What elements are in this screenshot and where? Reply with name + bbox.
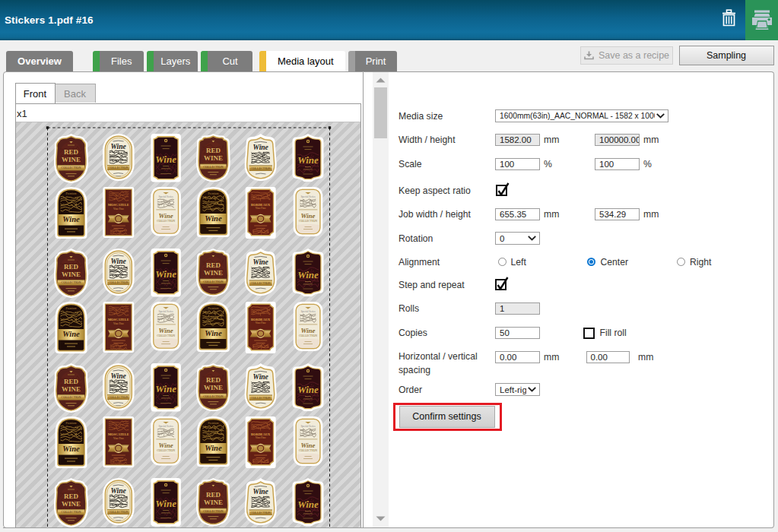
svg-text:COLLECTION: COLLECTION <box>61 166 81 169</box>
svg-text:Wine: Wine <box>110 142 126 150</box>
svg-text:Vino Fino: Vino Fino <box>255 207 265 210</box>
svg-text:RED: RED <box>63 492 78 499</box>
svg-text:Wine: Wine <box>158 211 173 219</box>
svg-text:MOSCATELE: MOSCATELE <box>107 203 129 207</box>
svg-text:COLLECTION: COLLECTION <box>108 395 128 399</box>
svg-text:Vino Fino: Vino Fino <box>255 321 265 325</box>
svg-text:Special Series: Special Series <box>158 195 173 198</box>
svg-text:Wine: Wine <box>205 443 222 451</box>
svg-text:Wine: Wine <box>297 268 319 280</box>
svg-text:COLLECTION: COLLECTION <box>203 508 223 512</box>
svg-text:WINE: WINE <box>203 384 222 391</box>
svg-text:WINE: WINE <box>61 271 80 278</box>
svg-text:COLLECTION: COLLECTION <box>157 449 175 452</box>
svg-text:COLLECTION: COLLECTION <box>61 510 81 514</box>
svg-text:RED: RED <box>205 375 221 383</box>
svg-text:Premium: Premium <box>65 307 76 310</box>
svg-text:Special Series: Special Series <box>300 195 316 198</box>
svg-text:COLLECTION: COLLECTION <box>61 280 81 284</box>
svg-text:Wine: Wine <box>297 383 319 394</box>
svg-text:WINE: WINE <box>203 499 222 506</box>
svg-text:Premium: Premium <box>65 422 76 425</box>
svg-text:Wine: Wine <box>300 211 315 219</box>
svg-text:Wine: Wine <box>252 144 268 151</box>
svg-text:COLLECTION: COLLECTION <box>299 220 317 223</box>
svg-text:WINE: WINE <box>61 385 80 393</box>
svg-text:WINE: WINE <box>61 156 80 163</box>
svg-text:Premium: Premium <box>208 422 218 425</box>
svg-text:Wine: Wine <box>252 373 268 381</box>
svg-text:Wine: Wine <box>110 486 126 494</box>
svg-text:COLLECTION: COLLECTION <box>203 164 223 168</box>
svg-text:Wine: Wine <box>205 328 222 337</box>
svg-text:COLLECTION: COLLECTION <box>250 166 270 170</box>
svg-text:RED: RED <box>205 261 221 268</box>
svg-text:Wine: Wine <box>155 497 176 508</box>
svg-text:Wine: Wine <box>205 214 222 222</box>
svg-text:Premium: Premium <box>208 192 218 195</box>
svg-text:Special Series: Special Series <box>158 310 173 313</box>
svg-text:Wine: Wine <box>62 215 80 223</box>
svg-text:Wine: Wine <box>158 441 173 448</box>
svg-text:Wine: Wine <box>252 258 268 266</box>
svg-text:BORDEAUX: BORDEAUX <box>251 202 271 206</box>
svg-text:MOSCATELE: MOSCATELE <box>107 318 129 321</box>
svg-text:COLLECTION: COLLECTION <box>108 280 128 284</box>
svg-text:Wine: Wine <box>110 372 126 379</box>
svg-text:COLLECTION: COLLECTION <box>157 220 175 223</box>
svg-text:Wine: Wine <box>62 330 80 338</box>
svg-text:COLLECTION: COLLECTION <box>203 279 223 283</box>
svg-text:BORDEAUX: BORDEAUX <box>251 317 271 321</box>
svg-text:Special Series: Special Series <box>300 425 316 428</box>
svg-text:Wine: Wine <box>158 326 173 334</box>
svg-text:COLLECTION: COLLECTION <box>61 395 81 399</box>
svg-text:Wine: Wine <box>155 268 176 279</box>
svg-text:BORDEAUX: BORDEAUX <box>251 432 271 435</box>
svg-text:Wine: Wine <box>155 153 176 164</box>
svg-text:WINE: WINE <box>203 269 222 277</box>
svg-text:Wine: Wine <box>297 154 319 165</box>
svg-text:RED: RED <box>205 146 221 154</box>
svg-text:Wine: Wine <box>300 441 315 448</box>
svg-text:Premium: Premium <box>65 192 76 195</box>
svg-text:Wine: Wine <box>62 445 80 453</box>
svg-text:Vino Fino: Vino Fino <box>255 436 265 439</box>
svg-text:Special Series: Special Series <box>158 425 173 428</box>
svg-text:Wine: Wine <box>110 257 126 264</box>
svg-text:COLLECTION: COLLECTION <box>108 510 128 514</box>
svg-text:Special Series: Special Series <box>300 310 316 313</box>
svg-text:Wine: Wine <box>297 498 319 509</box>
svg-text:COLLECTION: COLLECTION <box>250 511 270 515</box>
svg-text:WINE: WINE <box>203 154 222 162</box>
svg-text:COLLECTION: COLLECTION <box>299 334 317 337</box>
svg-text:Premium: Premium <box>208 307 218 310</box>
svg-text:WINE: WINE <box>61 500 80 508</box>
svg-text:RED: RED <box>63 147 78 155</box>
svg-text:Wine: Wine <box>155 382 176 394</box>
svg-text:COLLECTION: COLLECTION <box>250 281 270 285</box>
svg-text:Vino Fino: Vino Fino <box>113 321 123 325</box>
svg-text:COLLECTION: COLLECTION <box>299 449 317 452</box>
svg-text:Vino Fino: Vino Fino <box>113 436 123 439</box>
svg-text:RED: RED <box>205 490 221 498</box>
svg-text:COLLECTION: COLLECTION <box>250 396 270 400</box>
svg-text:RED: RED <box>63 262 78 270</box>
svg-text:Wine: Wine <box>300 326 315 334</box>
svg-text:COLLECTION: COLLECTION <box>203 394 223 397</box>
svg-text:MOSCATELE: MOSCATELE <box>107 432 129 436</box>
svg-text:RED: RED <box>63 377 78 385</box>
svg-text:Wine: Wine <box>252 488 268 496</box>
svg-text:Vino Fino: Vino Fino <box>113 207 123 210</box>
svg-text:COLLECTION: COLLECTION <box>108 166 128 169</box>
svg-text:COLLECTION: COLLECTION <box>157 334 175 337</box>
